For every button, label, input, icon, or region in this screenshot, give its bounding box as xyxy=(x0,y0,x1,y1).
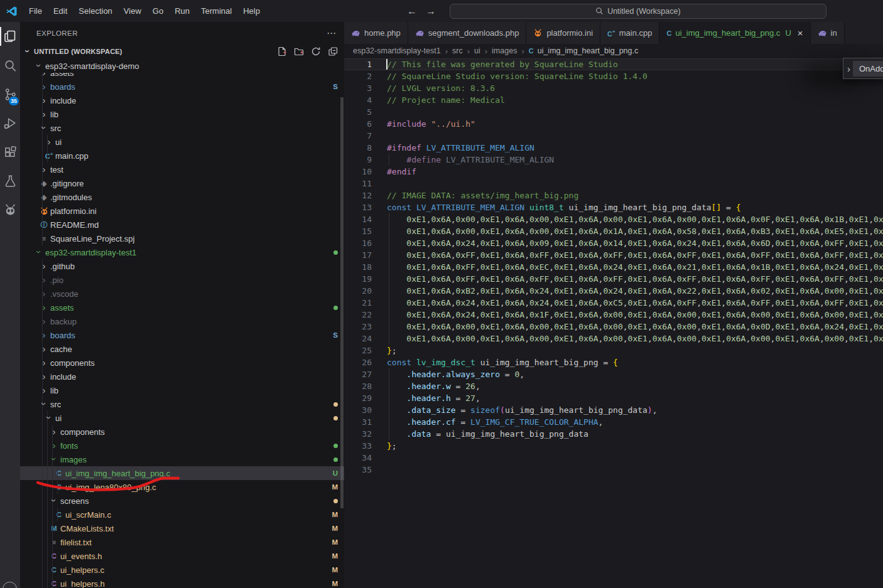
tree-item-CMakeLists.txt[interactable]: MCMakeLists.txtM xyxy=(20,521,344,535)
menu-go[interactable]: Go xyxy=(147,4,169,18)
code-line-29[interactable]: 29 .header.h = 27, xyxy=(344,392,883,404)
tree-item-include[interactable]: ›include xyxy=(20,94,344,107)
menu-terminal[interactable]: Terminal xyxy=(195,4,237,18)
tab-platformio.ini[interactable]: platformio.ini xyxy=(526,22,600,44)
code-line-4[interactable]: 4 // Project name: Medical xyxy=(344,94,883,106)
tab-main.cpp[interactable]: C+main.cpp xyxy=(600,22,659,44)
code-line-23[interactable]: 23 0xE1,0x6A,0x00,0xE1,0x6A,0x00,0xE1,0x… xyxy=(344,321,883,333)
code-line-34[interactable]: 34 xyxy=(344,452,883,464)
tree-item-ui_img_img_heart_big_png.c[interactable]: Cui_img_img_heart_big_png.cU xyxy=(20,466,344,480)
onadd-popup-item[interactable]: OnAdd xyxy=(853,61,883,77)
activity-platformio-icon[interactable] xyxy=(0,195,20,224)
tab-in[interactable]: in xyxy=(811,22,845,44)
tree-item-ui[interactable]: ›ui xyxy=(20,411,344,425)
code-line-19[interactable]: 19 0xE1,0x6A,0xFF,0xE1,0x6A,0xFF,0xE1,0x… xyxy=(344,273,883,285)
code-line-26[interactable]: 26 const lv_img_dsc_t ui_img_img_heart_b… xyxy=(344,356,883,368)
activity-run-debug-icon[interactable] xyxy=(0,109,20,137)
tree-item-boards[interactable]: ›boardsS xyxy=(20,80,344,94)
code-editor[interactable]: 1 // This file was generated by SquareLi… xyxy=(344,58,883,476)
refresh-icon[interactable] xyxy=(311,46,321,56)
code-line-20[interactable]: 20 0xE1,0x6A,0xB2,0xE1,0x6A,0x24,0xE1,0x… xyxy=(344,285,883,297)
manage-gear-icon[interactable] xyxy=(3,582,17,588)
sidebar-scrollbar[interactable] xyxy=(340,97,344,508)
tree-item-.gitmodules[interactable]: ◈.gitmodules xyxy=(20,190,344,204)
chevron-right-icon[interactable]: › xyxy=(847,63,850,74)
tree-item-.github[interactable]: ›.github xyxy=(20,259,344,273)
tree-item-platformio.ini[interactable]: platformio.ini xyxy=(20,204,344,218)
menu-help[interactable]: Help xyxy=(237,4,266,18)
tree-item-src[interactable]: ›src xyxy=(20,121,344,135)
menu-edit[interactable]: Edit xyxy=(48,4,73,18)
tree-item-.vscode[interactable]: ›.vscode xyxy=(20,287,344,301)
menu-view[interactable]: View xyxy=(118,4,147,18)
activity-testing-icon[interactable] xyxy=(0,166,20,195)
code-line-9[interactable]: 9 #define LV_ATTRIBUTE_MEM_ALIGN xyxy=(344,154,883,166)
tree-item-ui_scrMain.c[interactable]: Cui_scrMain.cM xyxy=(20,508,344,521)
tree-item-cache[interactable]: ›cache xyxy=(20,342,344,356)
tree-item-SquareLine_Project.spj[interactable]: ≡SquareLine_Project.spj xyxy=(20,232,344,245)
code-line-33[interactable]: 33 }; xyxy=(344,440,883,452)
code-line-1[interactable]: 1 // This file was generated by SquareLi… xyxy=(344,58,883,70)
breadcrumb[interactable]: esp32-smartdisplay-test1›src›ui›images›C… xyxy=(344,44,883,58)
menu-selection[interactable]: Selection xyxy=(73,4,117,18)
tree-item-boards[interactable]: ›boardsS xyxy=(20,328,344,342)
nav-back-icon[interactable]: ← xyxy=(407,6,417,17)
code-line-3[interactable]: 3 // LVGL version: 8.3.6 xyxy=(344,82,883,94)
tab-ui_img_img_heart_big_png.c[interactable]: Cui_img_img_heart_big_png.c U × xyxy=(659,22,810,44)
tree-item-components[interactable]: ›components xyxy=(20,356,344,370)
breadcrumb-item[interactable]: esp32-smartdisplay-test1 xyxy=(353,46,441,55)
tree-item-images[interactable]: ›images xyxy=(20,452,344,466)
breadcrumb-item[interactable]: images xyxy=(492,46,517,55)
tree-item-.pio[interactable]: ›.pio xyxy=(20,273,344,287)
activity-explorer-icon[interactable] xyxy=(0,22,20,51)
code-line-25[interactable]: 25 }; xyxy=(344,345,883,356)
tree-item-screens[interactable]: ›screens xyxy=(20,494,344,508)
tree-item-README.md[interactable]: ⓘREADME.md xyxy=(20,218,344,232)
code-line-27[interactable]: 27 .header.always_zero = 0, xyxy=(344,368,883,380)
tab-segment_downloads.php[interactable]: segment_downloads.php xyxy=(408,22,527,44)
clipped-tree-row[interactable]: ›assets xyxy=(20,73,344,80)
tree-item-lib[interactable]: ›lib xyxy=(20,107,344,121)
code-line-11[interactable]: 11 xyxy=(344,178,883,190)
code-line-28[interactable]: 28 .header.w = 26, xyxy=(344,380,883,392)
activity-extensions-icon[interactable] xyxy=(0,137,20,166)
tree-item-backup[interactable]: ›backup xyxy=(20,314,344,328)
tree-item-include[interactable]: ›include xyxy=(20,370,344,383)
nav-forward-icon[interactable]: → xyxy=(426,6,436,17)
code-line-6[interactable]: 6 #include "../ui.h" xyxy=(344,118,883,130)
code-line-21[interactable]: 21 0xE1,0x6A,0x24,0xE1,0x6A,0x24,0xE1,0x… xyxy=(344,297,883,309)
code-line-10[interactable]: 10 #endif xyxy=(344,166,883,178)
tree-item-ui[interactable]: ›ui xyxy=(20,135,344,149)
breadcrumb-item[interactable]: src xyxy=(452,46,463,55)
tree-item-filelist.txt[interactable]: ≡filelist.txtM xyxy=(20,535,344,549)
tree-item-ui_events.h[interactable]: Cui_events.hM xyxy=(20,549,344,563)
tree-item-main.cpp[interactable]: C+main.cpp xyxy=(20,149,344,163)
tree-item-components[interactable]: ›components xyxy=(20,425,344,439)
code-line-2[interactable]: 2 // SquareLine Studio version: SquareLi… xyxy=(344,70,883,82)
code-line-12[interactable]: 12 // IMAGE DATA: assets/img_heart_big.p… xyxy=(344,190,883,201)
code-line-24[interactable]: 24 0xE1,0x6A,0x00,0xE1,0x6A,0x00,0xE1,0x… xyxy=(344,333,883,345)
tab-home.php[interactable]: home.php xyxy=(344,22,408,44)
activity-source-control-icon[interactable]: 35 xyxy=(0,80,20,109)
code-line-30[interactable]: 30 .data_size = sizeof(ui_img_img_heart_… xyxy=(344,404,883,416)
code-line-31[interactable]: 31 .header.cf = LV_IMG_CF_TRUE_COLOR_ALP… xyxy=(344,416,883,428)
tree-item-.gitignore[interactable]: ◈.gitignore xyxy=(20,176,344,190)
code-line-13[interactable]: 13 const LV_ATTRIBUTE_MEM_ALIGN uint8_t … xyxy=(344,201,883,213)
code-line-8[interactable]: 8 #ifndef LV_ATTRIBUTE_MEM_ALIGN xyxy=(344,142,883,154)
code-line-7[interactable]: 7 xyxy=(344,130,883,142)
tree-item-esp32-smartdisplay-test1[interactable]: ›esp32-smartdisplay-test1 xyxy=(20,245,344,259)
explorer-more-actions-icon[interactable]: ⋯ xyxy=(327,28,337,39)
tree-item-assets[interactable]: ›assets xyxy=(20,301,344,314)
tree-item-ui_helpers.h[interactable]: Cui_helpers.hM xyxy=(20,577,344,588)
menu-run[interactable]: Run xyxy=(169,4,195,18)
code-line-35[interactable]: 35 xyxy=(344,464,883,476)
collapse-all-icon[interactable] xyxy=(328,46,338,56)
tree-item-src[interactable]: ›src xyxy=(20,397,344,411)
menu-file[interactable]: File xyxy=(23,4,48,18)
breadcrumb-item[interactable]: ui xyxy=(474,46,480,55)
tree-item-ui_img_lena80x80_png.c[interactable]: Cui_img_lena80x80_png.cM xyxy=(20,480,344,494)
code-line-18[interactable]: 18 0xE1,0x6A,0xFF,0xE1,0x6A,0xEC,0xE1,0x… xyxy=(344,261,883,273)
tree-item-esp32-smartdisplay-demo[interactable]: ›esp32-smartdisplay-demo xyxy=(20,59,344,73)
code-line-32[interactable]: 32 .data = ui_img_img_heart_big_png_data xyxy=(344,428,883,440)
tree-item-ui_helpers.c[interactable]: Cui_helpers.cM xyxy=(20,563,344,577)
